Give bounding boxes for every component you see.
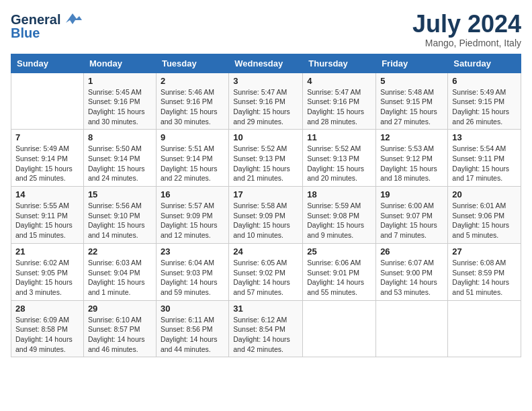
day-info: Sunrise: 6:06 AMSunset: 9:01 PMDaylight:… [307, 259, 364, 296]
calendar-cell: 30 Sunrise: 6:11 AMSunset: 8:56 PMDaylig… [156, 300, 228, 357]
day-info: Sunrise: 6:01 AMSunset: 9:06 PMDaylight:… [452, 201, 509, 239]
calendar-week-row: 21 Sunrise: 6:02 AMSunset: 9:05 PMDaylig… [11, 243, 521, 300]
month-title: July 2024 [412, 11, 521, 38]
calendar-cell: 20 Sunrise: 6:01 AMSunset: 9:06 PMDaylig… [448, 187, 521, 244]
calendar-cell: 19 Sunrise: 6:00 AMSunset: 9:07 PMDaylig… [376, 187, 448, 244]
calendar-cell: 15 Sunrise: 5:56 AMSunset: 9:10 PMDaylig… [83, 187, 156, 244]
calendar-cell: 16 Sunrise: 5:57 AMSunset: 9:09 PMDaylig… [156, 187, 228, 244]
day-number: 27 [452, 246, 517, 257]
logo-general: General [11, 12, 60, 27]
logo-blue: Blue [11, 26, 40, 41]
day-number: 30 [161, 304, 224, 314]
day-number: 14 [15, 189, 79, 199]
day-info: Sunrise: 5:58 AMSunset: 9:09 PMDaylight:… [233, 201, 290, 239]
day-info: Sunrise: 5:52 AMSunset: 9:13 PMDaylight:… [307, 144, 364, 182]
calendar-cell: 27 Sunrise: 6:08 AMSunset: 8:59 PMDaylig… [448, 243, 521, 300]
day-number: 5 [380, 76, 443, 86]
day-info: Sunrise: 6:00 AMSunset: 9:07 PMDaylight:… [380, 201, 437, 239]
day-number: 31 [233, 304, 298, 314]
calendar-cell: 10 Sunrise: 5:52 AMSunset: 9:13 PMDaylig… [229, 130, 303, 187]
calendar-cell: 17 Sunrise: 5:58 AMSunset: 9:09 PMDaylig… [229, 187, 303, 244]
day-info: Sunrise: 6:02 AMSunset: 9:05 PMDaylight:… [15, 259, 73, 296]
calendar-cell: 6 Sunrise: 5:49 AMSunset: 9:15 PMDayligh… [448, 73, 521, 130]
day-info: Sunrise: 6:11 AMSunset: 8:56 PMDaylight:… [161, 316, 218, 353]
calendar-cell: 5 Sunrise: 5:48 AMSunset: 9:15 PMDayligh… [376, 73, 448, 130]
day-info: Sunrise: 6:05 AMSunset: 9:02 PMDaylight:… [233, 259, 290, 296]
day-number: 22 [88, 246, 152, 257]
calendar-cell: 25 Sunrise: 6:06 AMSunset: 9:01 PMDaylig… [303, 243, 376, 300]
day-info: Sunrise: 5:50 AMSunset: 9:14 PMDaylight:… [88, 144, 145, 182]
day-info: Sunrise: 5:56 AMSunset: 9:10 PMDaylight:… [88, 201, 145, 239]
calendar-cell: 11 Sunrise: 5:52 AMSunset: 9:13 PMDaylig… [303, 130, 376, 187]
calendar-cell: 29 Sunrise: 6:10 AMSunset: 8:57 PMDaylig… [83, 300, 156, 357]
day-info: Sunrise: 6:08 AMSunset: 8:59 PMDaylight:… [452, 259, 509, 296]
calendar-cell: 26 Sunrise: 6:07 AMSunset: 9:00 PMDaylig… [376, 243, 448, 300]
calendar-cell: 4 Sunrise: 5:47 AMSunset: 9:16 PMDayligh… [303, 73, 376, 130]
day-number: 29 [88, 304, 152, 314]
day-number: 2 [161, 76, 224, 86]
day-info: Sunrise: 5:59 AMSunset: 9:08 PMDaylight:… [307, 201, 364, 239]
day-info: Sunrise: 6:09 AMSunset: 8:58 PMDaylight:… [15, 316, 73, 353]
weekday-header-thursday: Thursday [303, 54, 376, 73]
calendar-cell [448, 300, 521, 357]
weekday-header-monday: Monday [83, 54, 156, 73]
day-info: Sunrise: 6:04 AMSunset: 9:03 PMDaylight:… [161, 259, 218, 296]
day-info: Sunrise: 5:49 AMSunset: 9:15 PMDaylight:… [452, 88, 509, 126]
calendar-week-row: 14 Sunrise: 5:55 AMSunset: 9:11 PMDaylig… [11, 187, 521, 244]
day-number: 1 [88, 76, 152, 86]
day-info: Sunrise: 6:10 AMSunset: 8:57 PMDaylight:… [88, 316, 145, 353]
weekday-header-row: SundayMondayTuesdayWednesdayThursdayFrid… [11, 54, 521, 73]
calendar-cell: 24 Sunrise: 6:05 AMSunset: 9:02 PMDaylig… [229, 243, 303, 300]
calendar-cell: 21 Sunrise: 6:02 AMSunset: 9:05 PMDaylig… [11, 243, 84, 300]
weekday-header-saturday: Saturday [448, 54, 521, 73]
logo-bird-icon [63, 11, 82, 26]
day-number: 24 [233, 246, 298, 257]
day-number: 3 [233, 76, 298, 86]
calendar-cell: 22 Sunrise: 6:03 AMSunset: 9:04 PMDaylig… [83, 243, 156, 300]
svg-marker-0 [66, 13, 82, 24]
day-number: 16 [161, 189, 224, 199]
day-info: Sunrise: 6:12 AMSunset: 8:54 PMDaylight:… [233, 316, 290, 353]
day-number: 12 [380, 132, 443, 142]
day-info: Sunrise: 6:03 AMSunset: 9:04 PMDaylight:… [88, 259, 145, 296]
calendar-cell [376, 300, 448, 357]
day-number: 20 [452, 189, 517, 199]
calendar-week-row: 7 Sunrise: 5:49 AMSunset: 9:14 PMDayligh… [11, 130, 521, 187]
calendar-week-row: 28 Sunrise: 6:09 AMSunset: 8:58 PMDaylig… [11, 300, 521, 357]
calendar-cell: 9 Sunrise: 5:51 AMSunset: 9:14 PMDayligh… [156, 130, 228, 187]
calendar-week-row: 1 Sunrise: 5:45 AMSunset: 9:16 PMDayligh… [11, 73, 521, 130]
day-number: 11 [307, 132, 371, 142]
day-info: Sunrise: 5:51 AMSunset: 9:14 PMDaylight:… [161, 144, 218, 182]
day-number: 13 [452, 132, 517, 142]
logo: General Blue [11, 11, 82, 41]
day-info: Sunrise: 5:46 AMSunset: 9:16 PMDaylight:… [161, 88, 218, 126]
day-info: Sunrise: 5:49 AMSunset: 9:14 PMDaylight:… [15, 144, 73, 182]
day-number: 6 [452, 76, 517, 86]
calendar-cell: 3 Sunrise: 5:47 AMSunset: 9:16 PMDayligh… [229, 73, 303, 130]
day-number: 17 [233, 189, 298, 199]
weekday-header-friday: Friday [376, 54, 448, 73]
day-number: 28 [15, 304, 79, 314]
calendar-cell: 2 Sunrise: 5:46 AMSunset: 9:16 PMDayligh… [156, 73, 228, 130]
day-number: 10 [233, 132, 298, 142]
day-number: 26 [380, 246, 443, 257]
day-number: 8 [88, 132, 152, 142]
calendar-cell: 7 Sunrise: 5:49 AMSunset: 9:14 PMDayligh… [11, 130, 84, 187]
weekday-header-tuesday: Tuesday [156, 54, 228, 73]
day-info: Sunrise: 5:47 AMSunset: 9:16 PMDaylight:… [307, 88, 364, 126]
calendar-cell [11, 73, 84, 130]
day-number: 18 [307, 189, 371, 199]
day-info: Sunrise: 5:52 AMSunset: 9:13 PMDaylight:… [233, 144, 290, 182]
title-block: July 2024 Mango, Piedmont, Italy [412, 11, 521, 48]
day-number: 19 [380, 189, 443, 199]
day-info: Sunrise: 5:55 AMSunset: 9:11 PMDaylight:… [15, 201, 73, 239]
day-info: Sunrise: 5:47 AMSunset: 9:16 PMDaylight:… [233, 88, 290, 126]
location: Mango, Piedmont, Italy [412, 38, 521, 48]
day-info: Sunrise: 5:45 AMSunset: 9:16 PMDaylight:… [88, 88, 145, 126]
day-number: 4 [307, 76, 371, 86]
calendar-cell: 18 Sunrise: 5:59 AMSunset: 9:08 PMDaylig… [303, 187, 376, 244]
weekday-header-wednesday: Wednesday [229, 54, 303, 73]
day-number: 9 [161, 132, 224, 142]
page-header: General Blue July 2024 Mango, Piedmont, … [11, 11, 521, 48]
day-info: Sunrise: 5:57 AMSunset: 9:09 PMDaylight:… [161, 201, 218, 239]
